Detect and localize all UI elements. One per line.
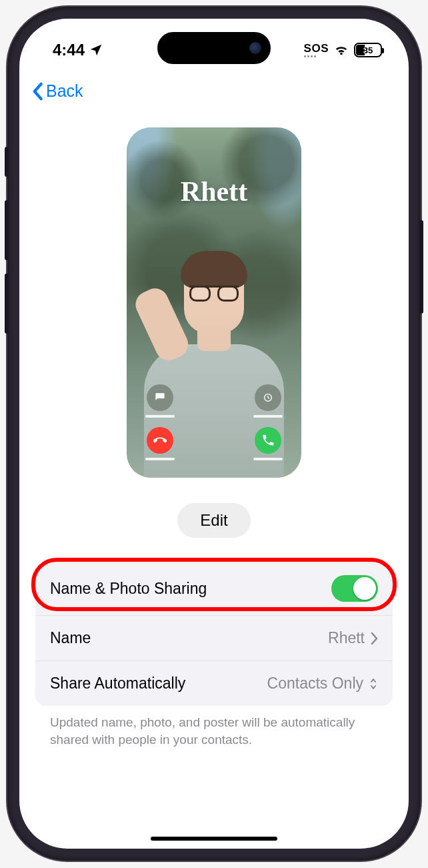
front-camera-icon (249, 42, 261, 54)
sharing-label: Name & Photo Sharing (50, 580, 207, 598)
edit-button[interactable]: Edit (177, 503, 250, 538)
settings-group: Name & Photo Sharing Name Rhett Share Au… (35, 562, 393, 706)
chevron-left-icon (31, 82, 43, 101)
home-indicator[interactable] (151, 837, 277, 841)
phone-frame: 4:44 SOS 35 Back (7, 7, 421, 861)
remind-me-icon (147, 384, 173, 411)
share-auto-label: Share Automatically (50, 675, 185, 693)
location-arrow-icon (89, 43, 103, 57)
dynamic-island (157, 32, 271, 64)
name-photo-sharing-row[interactable]: Name & Photo Sharing (35, 562, 393, 616)
sos-indicator: SOS (304, 43, 329, 57)
power-button (419, 220, 423, 314)
toggle-knob (353, 577, 376, 600)
back-label: Back (46, 81, 83, 101)
chevron-right-icon (370, 632, 378, 645)
name-value: Rhett (328, 629, 365, 647)
screen: 4:44 SOS 35 Back (19, 19, 409, 849)
call-ui-overlay (127, 384, 301, 460)
share-automatically-row[interactable]: Share Automatically Contacts Only (35, 661, 393, 706)
battery-percentage: 35 (355, 45, 381, 55)
share-auto-value: Contacts Only (267, 675, 363, 693)
status-time: 4:44 (53, 41, 85, 59)
sharing-toggle[interactable] (331, 575, 378, 602)
volume-down-button (5, 274, 9, 334)
name-label: Name (50, 629, 91, 647)
settings-footer-text: Updated name, photo, and poster will be … (35, 706, 393, 748)
decline-call-icon (147, 427, 173, 454)
contact-poster-preview[interactable]: Rhett (127, 127, 301, 478)
poster-name-label: Rhett (127, 175, 301, 207)
back-button[interactable]: Back (19, 72, 409, 107)
volume-up-button (5, 200, 9, 260)
ringer-switch (5, 147, 9, 177)
message-icon (255, 384, 281, 411)
up-down-chevron-icon (369, 677, 378, 691)
wifi-icon (334, 43, 349, 57)
name-row[interactable]: Name Rhett (35, 616, 393, 661)
content-area: Rhett (19, 107, 409, 849)
battery-icon: 35 (354, 43, 382, 57)
accept-call-icon (255, 427, 281, 454)
